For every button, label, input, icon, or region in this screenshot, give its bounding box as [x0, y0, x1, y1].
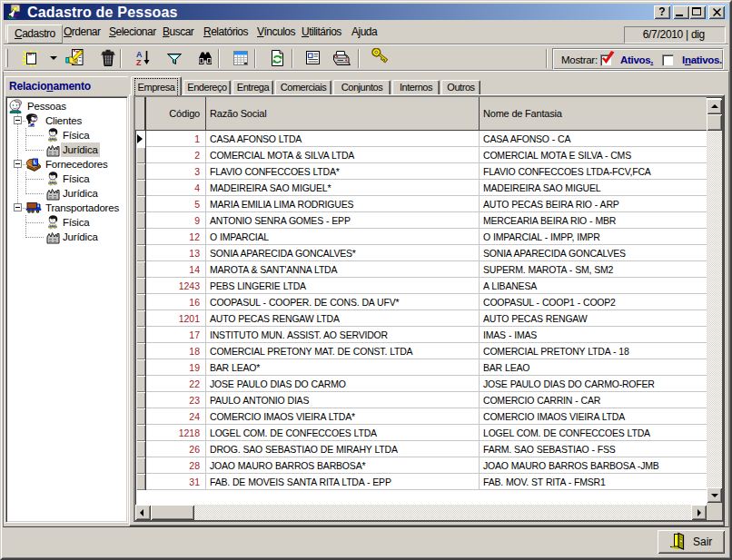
svg-text:Z: Z — [136, 58, 142, 66]
